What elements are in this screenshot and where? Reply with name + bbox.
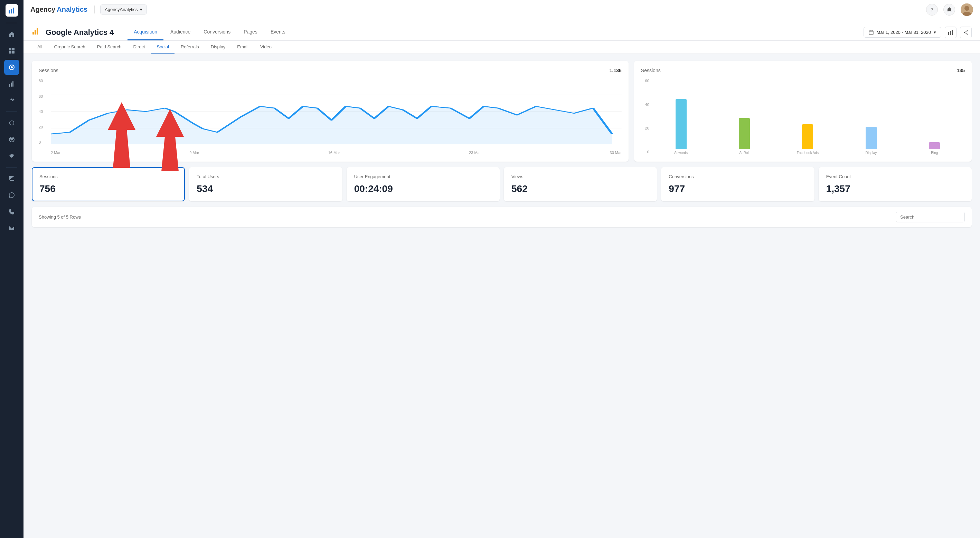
x-label-30mar: 30 Mar [610, 151, 622, 155]
tab-audience[interactable]: Audience [164, 24, 197, 40]
bar-group-adwords: Adwords [651, 92, 711, 155]
date-chevron-icon: ▾ [934, 30, 936, 35]
page-title-row: Google Analytics 4 Acquisition Audience … [32, 19, 972, 40]
bar-label-bing: Bing [931, 151, 938, 155]
table-info-text: Showing 5 of 5 Rows [39, 214, 81, 220]
metric-value-events: 1,357 [826, 183, 964, 194]
x-label-16mar: 16 Mar [328, 151, 340, 155]
brand-agency-text: Agency [30, 6, 55, 13]
sidebar-item-support[interactable] [4, 187, 19, 203]
svg-rect-6 [12, 51, 14, 54]
subtab-social[interactable]: Social [151, 41, 175, 54]
help-icon: ? [931, 6, 933, 13]
sidebar [0, 0, 24, 538]
subtab-video[interactable]: Video [255, 41, 277, 54]
svg-rect-12 [14, 83, 14, 83]
line-chart-svg [51, 79, 622, 144]
bar-group-adroll: AdRoll [714, 92, 775, 155]
bar-group-display: Display [841, 92, 901, 155]
subtab-referrals[interactable]: Referrals [175, 41, 205, 54]
sidebar-item-settings[interactable] [4, 149, 19, 163]
svg-rect-22 [950, 31, 951, 35]
avatar[interactable] [961, 3, 973, 16]
metric-label-users: Total Users [197, 174, 334, 179]
svg-rect-23 [952, 30, 953, 35]
bar-label-adroll: AdRoll [739, 151, 749, 155]
sidebar-item-seo[interactable] [4, 132, 19, 147]
x-label-2mar: 2 Mar [51, 151, 60, 155]
sidebar-logo[interactable] [6, 4, 18, 17]
page-header: Google Analytics 4 Acquisition Audience … [24, 19, 980, 41]
metric-card-events[interactable]: Event Count 1,357 [819, 167, 972, 201]
topbar-right: ? [926, 3, 973, 16]
subtab-all[interactable]: All [32, 41, 48, 54]
svg-rect-11 [13, 81, 13, 87]
sidebar-item-campaigns[interactable] [4, 93, 19, 108]
svg-rect-20 [869, 31, 873, 35]
sub-tabs: All Organic Search Paid Search Direct So… [24, 41, 980, 54]
metric-label-engagement: User Engagement [354, 174, 492, 179]
sidebar-item-integrations[interactable] [4, 115, 19, 130]
metric-card-users[interactable]: Total Users 534 [189, 167, 342, 201]
svg-rect-3 [9, 48, 11, 51]
brand: AgencyAnalytics [30, 6, 95, 13]
subtab-paid[interactable]: Paid Search [92, 41, 127, 54]
bar-groups: Adwords AdRoll Facebook Ads [651, 79, 965, 155]
workspace-chevron-icon: ▾ [140, 7, 142, 12]
main-wrapper: AgencyAnalytics AgencyAnalytics ▾ ? [24, 0, 980, 538]
x-label-9mar: 9 Mar [189, 151, 199, 155]
share-button[interactable] [960, 27, 972, 38]
tab-pages[interactable]: Pages [237, 24, 264, 40]
bar-adroll [739, 118, 750, 149]
bar-y-labels: 60 40 20 0 [641, 79, 651, 155]
date-range-button[interactable]: Mar 1, 2020 - Mar 31, 2020 ▾ [864, 27, 941, 38]
avatar-image [961, 3, 973, 16]
sidebar-item-reports[interactable] [4, 60, 19, 75]
metric-label-sessions: Sessions [40, 174, 177, 179]
tab-events[interactable]: Events [264, 24, 292, 40]
subtab-email[interactable]: Email [232, 41, 254, 54]
line-chart-area: 80 60 40 20 0 [39, 79, 622, 155]
tab-acquisition[interactable]: Acquisition [127, 24, 164, 40]
metric-card-sessions[interactable]: Sessions 756 [32, 167, 185, 201]
workspace-button[interactable]: AgencyAnalytics ▾ [100, 5, 146, 14]
svg-rect-18 [35, 30, 36, 35]
bar-chart-icon [32, 27, 40, 36]
subtab-direct[interactable]: Direct [128, 41, 151, 54]
metric-card-engagement[interactable]: User Engagement 00:24:09 [347, 167, 500, 201]
metric-card-conversions[interactable]: Conversions 977 [661, 167, 814, 201]
chart-view-button[interactable] [945, 27, 956, 38]
sidebar-item-phone[interactable] [4, 204, 19, 219]
bar-display [865, 127, 877, 149]
y-label-40: 40 [39, 110, 48, 114]
metric-card-views[interactable]: Views 562 [504, 167, 657, 201]
sidebar-item-dashboard[interactable] [4, 43, 19, 58]
bar-adwords [676, 99, 687, 149]
subtab-organic[interactable]: Organic Search [48, 41, 91, 54]
x-label-23mar: 23 Mar [469, 151, 480, 155]
table-footer: Showing 5 of 5 Rows [32, 207, 972, 227]
workspace-label: AgencyAnalytics [105, 7, 138, 12]
line-chart-card: Sessions 1,136 80 60 40 20 0 [32, 61, 628, 162]
notifications-button[interactable] [943, 4, 955, 16]
table-search-input[interactable] [896, 212, 965, 222]
y-label-80: 80 [39, 79, 48, 83]
bar-chart-title: Sessions [641, 68, 661, 73]
sidebar-item-home[interactable] [4, 27, 19, 42]
svg-rect-17 [32, 32, 34, 35]
tab-conversions[interactable]: Conversions [197, 24, 237, 40]
bell-icon [947, 7, 952, 13]
bar-group-bing: Bing [904, 92, 965, 155]
help-button[interactable]: ? [926, 4, 938, 16]
sidebar-item-messages[interactable] [4, 171, 19, 186]
y-label-60: 60 [39, 94, 48, 98]
svg-rect-10 [11, 83, 12, 87]
sidebar-item-email[interactable] [4, 221, 19, 236]
line-chart-value: 1,136 [609, 68, 622, 73]
bar-label-display: Display [865, 151, 877, 155]
bar-chart-header: Sessions 135 [641, 68, 965, 73]
metric-label-views: Views [511, 174, 649, 179]
subtab-display[interactable]: Display [205, 41, 231, 54]
content-inner: Sessions 1,136 80 60 40 20 0 [24, 54, 980, 234]
sidebar-item-analytics[interactable] [4, 76, 19, 92]
